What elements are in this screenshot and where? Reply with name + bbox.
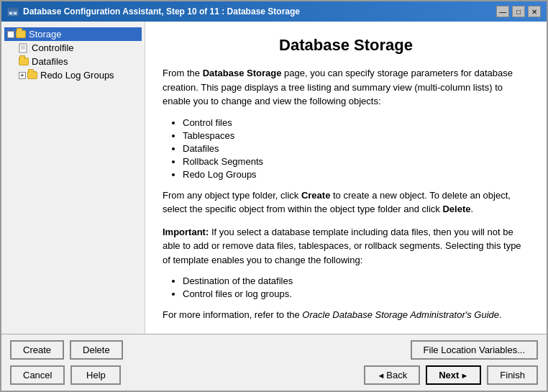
app-icon (7, 6, 19, 17)
list-item: Control files or log groups. (183, 288, 529, 299)
para2: From any object type folder, click Creat… (163, 188, 529, 216)
guide-reference: Oracle Database Storage Administrator's … (302, 309, 499, 320)
svg-rect-3 (14, 12, 17, 14)
finish-button[interactable]: Finish (487, 365, 538, 385)
create-delete-buttons: Create Delete (10, 340, 123, 360)
tree-item-controlfile[interactable]: Controlfile (16, 41, 142, 55)
back-label: Back (386, 370, 407, 380)
storage-label: Storage (29, 29, 62, 40)
svg-rect-1 (8, 8, 18, 11)
window-controls: — □ ✕ (496, 6, 541, 17)
tree-root: - Storage Controlfile (4, 27, 142, 82)
bottom-row1: Create Delete File Location Variables... (10, 340, 538, 360)
controlfile-icon (19, 43, 29, 53)
right-panel: Database Storage From the Database Stora… (145, 22, 547, 334)
create-button[interactable]: Create (10, 340, 64, 360)
main-area: - Storage Controlfile (1, 22, 547, 334)
file-location-button[interactable]: File Location Variables... (411, 340, 538, 360)
list-item: Datafiles (183, 143, 529, 154)
list-item: Destination of the datafiles (183, 275, 529, 286)
datafiles-folder-icon (19, 58, 29, 65)
list-item: Redo Log Groups (183, 169, 529, 180)
tree-item-redo-log-groups[interactable]: + Redo Log Groups (16, 68, 142, 82)
tree-item-storage[interactable]: - Storage (4, 27, 142, 41)
bottom-row2: Cancel Help ◄ Back Next ► Finish (10, 365, 538, 385)
nav-buttons: ◄ Back Next ► Finish (364, 365, 538, 385)
page-title: Database Storage (163, 36, 529, 55)
bullet-list-2: Destination of the datafiles Control fil… (183, 275, 529, 299)
title-bar-left: Database Configuration Assistant, Step 1… (7, 6, 300, 17)
close-button[interactable]: ✕ (528, 6, 541, 17)
main-window: Database Configuration Assistant, Step 1… (0, 0, 548, 392)
datafiles-label: Datafiles (32, 56, 68, 67)
title-bar: Database Configuration Assistant, Step 1… (1, 1, 547, 22)
expand-icon-storage[interactable]: - (7, 31, 14, 38)
cancel-button[interactable]: Cancel (10, 365, 65, 385)
intro-paragraph: From the Database Storage page, you can … (163, 66, 529, 109)
next-arrow-icon: ► (460, 371, 468, 380)
intro-bold: Database Storage (203, 68, 282, 78)
para3: Important: If you select a database temp… (163, 225, 529, 268)
list-item: Tablespaces (183, 130, 529, 141)
list-item: Rollback Segments (183, 156, 529, 167)
bullet-list-1: Control files Tablespaces Datafiles Roll… (183, 117, 529, 180)
list-item: Control files (183, 117, 529, 128)
redo-folder-icon (27, 71, 37, 79)
svg-rect-2 (9, 12, 12, 14)
left-panel: - Storage Controlfile (1, 22, 145, 334)
delete-button[interactable]: Delete (70, 340, 123, 360)
expand-icon-redo[interactable]: + (19, 72, 26, 79)
storage-folder-icon (16, 30, 26, 38)
svg-rect-4 (19, 44, 27, 53)
redo-log-label: Redo Log Groups (40, 70, 114, 81)
back-arrow-icon: ◄ (377, 371, 385, 380)
next-button[interactable]: Next ► (426, 365, 481, 385)
next-label: Next (439, 370, 459, 380)
tree-item-datafiles[interactable]: Datafiles (16, 55, 142, 68)
create-bold: Create (301, 190, 330, 201)
para4: For more information, refer to the Oracl… (163, 308, 529, 322)
back-button[interactable]: ◄ Back (364, 365, 420, 385)
important-bold: Important: (163, 227, 209, 237)
controlfile-label: Controlfile (32, 42, 74, 53)
help-button[interactable]: Help (70, 365, 121, 385)
file-location-area: File Location Variables... (411, 340, 538, 360)
minimize-button[interactable]: — (496, 6, 509, 17)
delete-bold: Delete (442, 204, 470, 214)
maximize-button[interactable]: □ (512, 6, 525, 17)
cancel-help-buttons: Cancel Help (10, 365, 121, 385)
bottom-bar: Create Delete File Location Variables...… (1, 334, 547, 391)
window-title: Database Configuration Assistant, Step 1… (23, 6, 300, 17)
